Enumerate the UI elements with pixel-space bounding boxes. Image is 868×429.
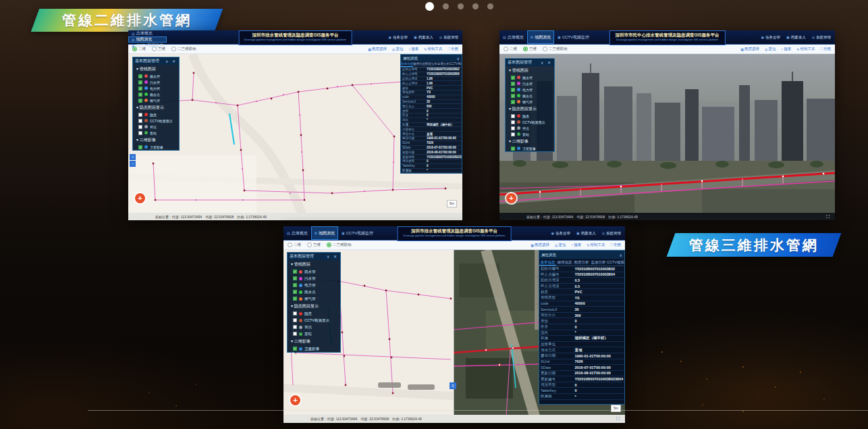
header-action-button[interactable]: ◎系统管理 (812, 35, 831, 40)
map-3d-canvas[interactable]: 基本图层管理 ∨ ✕ ▾ 管线图层✓雨水管✓污水管✓电力管✓雨水点✓燃气管▾ 隐… (499, 54, 835, 213)
layer-checkbox[interactable] (293, 332, 297, 336)
layer-checkbox[interactable]: ✓ (138, 93, 142, 97)
locate-add-button[interactable]: + (506, 193, 516, 203)
header-action-button[interactable]: ◎系统管理 (439, 35, 458, 40)
layer-group[interactable]: ▾ 管线图层 (288, 260, 340, 268)
map-tool-button[interactable]: ⌕搜索 (571, 243, 581, 247)
layer-item[interactable]: 隐患 (288, 310, 340, 317)
map-tool-button[interactable]: ▦图层选择 (368, 47, 387, 51)
layer-item[interactable]: ✓卫星影像 (133, 144, 179, 150)
carousel-dot[interactable] (458, 3, 464, 9)
split-swipe-handle[interactable]: ≡ (450, 382, 456, 389)
map-tool-button[interactable]: ✎绘制工具 (424, 47, 442, 51)
header-action-button[interactable]: ◉任务会审 (389, 35, 408, 40)
map-tool-button[interactable]: ⛶全图 (447, 47, 458, 51)
layer-checkbox[interactable] (511, 114, 515, 118)
layer-checkbox[interactable] (293, 318, 297, 322)
layer-item[interactable]: 泵站 (288, 330, 340, 337)
layer-item[interactable]: ✓雨水管 (288, 268, 340, 275)
zoom-in-button[interactable]: ＋ (130, 154, 136, 160)
layer-group[interactable]: ▾ 管线图层 (133, 65, 179, 73)
layer-item[interactable]: ✓雨水管 (133, 73, 179, 79)
map-tool-button[interactable]: ◎定位 (392, 47, 403, 51)
carousel-dot[interactable] (487, 3, 493, 9)
layer-item[interactable]: ✓电力管 (133, 85, 179, 91)
layer-item[interactable]: ✓卫星影像 (506, 145, 554, 151)
layer-item[interactable]: ✓污水管 (133, 79, 179, 85)
layer-item[interactable]: ✓燃气管 (133, 97, 179, 103)
locate-add-button[interactable]: + (290, 395, 300, 405)
collapse-icon[interactable]: ∨ (457, 56, 460, 61)
layer-checkbox[interactable] (293, 311, 297, 316)
layer-group[interactable]: ▾ 管线图层 (506, 66, 554, 74)
layer-item[interactable]: ✓电力管 (288, 282, 340, 288)
layer-item[interactable]: ✓燃气管 (506, 99, 554, 105)
layer-checkbox[interactable] (138, 119, 142, 123)
view-mode-radio[interactable]: 二三维联动 (327, 243, 352, 247)
layer-group[interactable]: ▾ 隐患图层显示 (506, 105, 554, 113)
layer-item[interactable]: ✓雨水点 (288, 288, 340, 295)
layer-item[interactable]: 管点 (506, 125, 554, 131)
map-tool-button[interactable]: ▦图层选择 (740, 47, 759, 51)
layer-item[interactable]: 管点 (133, 124, 179, 130)
layer-checkbox[interactable]: ✓ (138, 99, 142, 103)
layer-checkbox[interactable]: ✓ (511, 94, 515, 98)
layer-item[interactable]: 泵站 (506, 131, 554, 137)
carousel-dot[interactable] (472, 3, 479, 9)
map-tool-button[interactable]: ⛶全图 (610, 243, 621, 247)
carousel-dot[interactable] (443, 3, 449, 9)
view-mode-radio[interactable]: 二维 (504, 47, 517, 51)
attribute-tab[interactable]: 图层分析 (573, 259, 590, 266)
view-mode-radio[interactable]: 二三维联动 (171, 47, 196, 51)
carousel-dot[interactable] (425, 2, 434, 11)
header-action-button[interactable]: ▣档案录入 (576, 231, 596, 236)
attribute-tab[interactable]: 基本信息 (539, 259, 556, 266)
layer-checkbox[interactable]: ✓ (511, 147, 515, 151)
layer-checkbox[interactable] (293, 325, 297, 329)
layer-checkbox[interactable]: ✓ (511, 82, 515, 86)
layer-group[interactable]: ▾ 二维影像 (288, 337, 340, 345)
layer-item[interactable]: 管点 (288, 324, 340, 330)
layer-checkbox[interactable]: ✓ (293, 270, 297, 274)
zoom-out-button[interactable]: － (130, 161, 136, 167)
nav-tab[interactable]: ▣CCTV视频监控 (554, 30, 593, 44)
layer-item[interactable]: 隐患 (506, 113, 554, 119)
header-action-button[interactable]: ◎系统管理 (602, 231, 621, 236)
map-split-canvas[interactable]: 基本图层管理 ∨ ✕ ▾ 管线图层✓雨水管✓污水管✓电力管✓雨水点✓燃气管▾ 隐… (283, 250, 625, 415)
attribute-tab[interactable]: 监测分析 (437, 61, 450, 67)
layer-checkbox[interactable] (138, 125, 142, 129)
nav-tab[interactable]: ⊞地图浏览 (128, 36, 167, 43)
layer-group[interactable]: ▾ 二维影像 (133, 136, 179, 144)
map-tool-button[interactable]: ⛶全图 (820, 47, 831, 51)
nav-tab[interactable]: ▤总体概览 (283, 226, 311, 240)
view-mode-radio[interactable]: 二维 (288, 243, 301, 247)
view-mode-radio[interactable]: 三维 (307, 243, 321, 247)
header-action-button[interactable]: ◉任务会审 (551, 231, 570, 236)
layer-checkbox[interactable]: ✓ (293, 290, 297, 294)
layer-checkbox[interactable]: ✓ (138, 80, 142, 84)
collapse-close-icons[interactable]: ∨ ✕ (165, 59, 177, 64)
layer-checkbox[interactable]: ✓ (138, 86, 142, 91)
nav-tab[interactable]: ▤总体概览 (499, 30, 527, 44)
attribute-tab[interactable]: 监测分析 (590, 259, 607, 266)
attribute-tab[interactable]: CCTV视频 (450, 61, 462, 67)
header-action-button[interactable]: ▣档案录入 (786, 35, 806, 40)
map-tool-button[interactable]: ✎绘制工具 (796, 47, 815, 51)
attribute-tab[interactable]: CCTV视频 (607, 259, 624, 266)
nav-tab[interactable]: ⊞地图浏览 (311, 226, 338, 240)
attribute-tab[interactable]: 基本信息 (401, 61, 413, 67)
layer-checkbox[interactable] (511, 126, 515, 130)
layer-item[interactable]: CCTV检测显示 (506, 119, 554, 125)
nav-tab[interactable]: ▤总体概览 (128, 30, 167, 36)
layer-item[interactable]: 隐患 (133, 111, 179, 118)
attribute-tab[interactable]: 物理信息 (413, 61, 425, 67)
map-tool-button[interactable]: ⌕搜索 (781, 47, 791, 51)
header-action-button[interactable]: ◉任务会审 (761, 35, 780, 40)
layer-checkbox[interactable]: ✓ (293, 283, 297, 287)
fullscreen-icon[interactable]: ⛶ (616, 416, 620, 422)
map-tool-button[interactable]: ◎定位 (555, 243, 566, 247)
layer-group[interactable]: ▾ 隐患图层显示 (133, 103, 179, 111)
layer-checkbox[interactable] (511, 120, 515, 124)
header-action-button[interactable]: ▣档案录入 (414, 35, 433, 40)
layer-checkbox[interactable]: ✓ (511, 88, 515, 92)
